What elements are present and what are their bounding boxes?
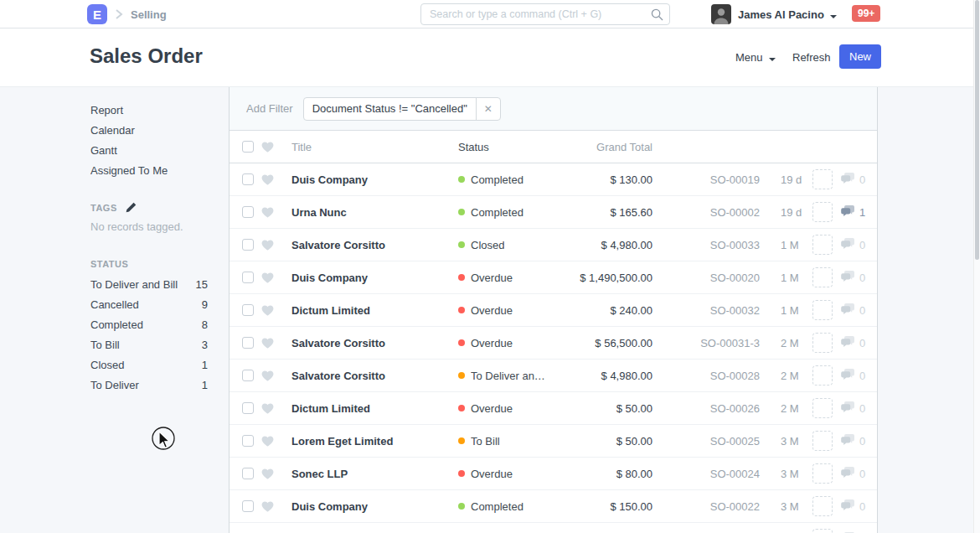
new-button[interactable]: New — [839, 44, 881, 69]
row-status: Completed — [458, 173, 563, 186]
like-heart-icon[interactable] — [261, 436, 275, 447]
row-checkbox[interactable] — [242, 239, 254, 251]
comment-count: 0 — [859, 173, 865, 186]
sidebar-view-item[interactable]: Report — [90, 101, 208, 121]
assign-placeholder[interactable] — [812, 300, 833, 320]
assign-placeholder[interactable] — [812, 365, 833, 386]
row-checkbox[interactable] — [242, 206, 254, 218]
row-title-link[interactable]: Salvatore Corsitto — [291, 370, 458, 382]
sidebar-status-item[interactable]: Cancelled 9 — [90, 295, 208, 315]
filter-chip[interactable]: Document Status != "Cancelled" ✕ — [303, 97, 501, 121]
notification-badge[interactable]: 99+ — [852, 5, 880, 22]
assign-placeholder[interactable] — [812, 202, 833, 222]
refresh-button[interactable]: Refresh — [792, 51, 831, 64]
user-avatar[interactable] — [711, 4, 731, 24]
row-title-link[interactable]: Salvatore Corsitto — [291, 239, 458, 251]
like-heart-icon[interactable] — [261, 305, 275, 316]
status-dot-icon — [458, 241, 465, 248]
row-grand-total: $ 80.00 — [563, 468, 652, 480]
sidebar-status-item[interactable]: To Deliver and Bill 15 — [90, 275, 208, 295]
sidebar-status-item[interactable]: Completed 8 — [90, 315, 208, 335]
row-checkbox[interactable] — [242, 337, 254, 349]
sidebar-status-item[interactable]: To Deliver 1 — [90, 375, 208, 396]
like-heart-icon[interactable] — [261, 207, 275, 218]
search-input[interactable] — [420, 3, 670, 25]
row-title-link[interactable]: Duis Company — [291, 500, 458, 513]
status-label: Closed — [471, 239, 504, 251]
row-grand-total: $ 50.00 — [563, 435, 652, 448]
assign-placeholder[interactable] — [812, 169, 833, 189]
row-document-id: SO-00028 — [652, 370, 760, 382]
comment-count: 1 — [859, 206, 865, 219]
row-title-link[interactable]: Lorem Eget Limited — [291, 435, 458, 448]
comment-icon — [841, 467, 855, 481]
row-checkbox[interactable] — [242, 500, 254, 512]
row-checkbox[interactable] — [242, 468, 254, 479]
comment-count: 0 — [859, 500, 865, 513]
row-title-link[interactable]: Urna Nunc — [291, 206, 458, 219]
like-heart-icon[interactable] — [261, 403, 275, 414]
status-item-label: To Deliver and Bill — [90, 275, 178, 295]
row-checkbox[interactable] — [242, 272, 254, 283]
status-item-count: 1 — [202, 375, 208, 396]
like-heart-icon[interactable] — [261, 468, 275, 479]
row-grand-total: $ 165.60 — [563, 206, 652, 219]
row-title-link[interactable]: Dictum Limited — [291, 402, 458, 415]
user-menu[interactable]: James Al Pacino — [738, 8, 837, 21]
user-name-label: James Al Pacino — [738, 8, 824, 21]
row-checkbox[interactable] — [242, 402, 254, 414]
menu-button[interactable]: Menu — [735, 51, 776, 64]
column-header-status: Status — [458, 141, 563, 153]
breadcrumb[interactable]: Selling — [131, 8, 167, 21]
status-item-count: 3 — [202, 335, 208, 355]
status-label: Completed — [471, 500, 524, 513]
assign-placeholder[interactable] — [812, 496, 833, 516]
sidebar-view-item[interactable]: Assigned To Me — [90, 161, 208, 181]
status-item-label: Closed — [90, 355, 124, 375]
status-label: Overdue — [471, 304, 513, 317]
row-title-link[interactable]: Duis Company — [291, 173, 458, 186]
column-header-grand-total: Grand Total — [563, 141, 652, 153]
assign-placeholder[interactable] — [812, 431, 833, 451]
like-heart-icon[interactable] — [261, 370, 275, 381]
assign-placeholder[interactable] — [812, 235, 833, 255]
row-title-link[interactable]: Sonec LLP — [291, 468, 458, 480]
like-heart-icon[interactable] — [261, 338, 275, 349]
sidebar-view-item[interactable]: Gantt — [90, 141, 208, 161]
comment-icon — [841, 336, 855, 350]
filter-chip-label[interactable]: Document Status != "Cancelled" — [304, 102, 476, 115]
assign-placeholder[interactable] — [812, 333, 833, 353]
select-all-checkbox[interactable] — [242, 141, 254, 153]
comment-count: 0 — [859, 468, 865, 480]
row-checkbox[interactable] — [242, 370, 254, 381]
assign-placeholder[interactable] — [812, 463, 833, 484]
assign-placeholder[interactable] — [812, 529, 833, 533]
like-heart-icon[interactable] — [261, 174, 275, 185]
row-age: 2 M — [781, 402, 809, 415]
page-header: Sales Order Menu Refresh New — [0, 28, 980, 87]
sidebar-status-item[interactable]: Closed 1 — [90, 355, 208, 375]
row-checkbox[interactable] — [242, 435, 254, 447]
status-dot-icon — [458, 274, 465, 281]
assign-placeholder[interactable] — [812, 398, 833, 418]
like-heart-icon[interactable] — [261, 272, 275, 283]
like-heart-icon[interactable] — [261, 240, 275, 251]
row-checkbox[interactable] — [242, 173, 254, 185]
comment-icon — [841, 499, 855, 514]
sidebar-view-item[interactable]: Calendar — [90, 121, 208, 141]
row-title-link[interactable]: Dictum Limited — [291, 304, 458, 317]
edit-tags-icon[interactable] — [126, 202, 137, 213]
row-title-link[interactable]: Duis Company — [291, 272, 458, 284]
like-heart-icon[interactable] — [261, 501, 275, 512]
sidebar-views: Report Calendar Gantt Assigned To Me — [90, 87, 208, 181]
search-icon — [651, 8, 663, 23]
table-row: Salvatore Corsitto Overdue $ 56,500.00 S… — [230, 327, 877, 360]
assign-placeholder[interactable] — [812, 267, 833, 287]
remove-filter-icon[interactable]: ✕ — [476, 98, 500, 120]
app-logo[interactable]: E — [87, 4, 107, 24]
add-filter-button[interactable]: Add Filter — [246, 102, 293, 115]
sidebar-status-item[interactable]: To Bill 3 — [90, 335, 208, 355]
row-title-link[interactable]: Salvatore Corsitto — [291, 337, 458, 349]
scrollbar-thumb[interactable] — [975, 0, 979, 260]
row-checkbox[interactable] — [242, 304, 254, 316]
